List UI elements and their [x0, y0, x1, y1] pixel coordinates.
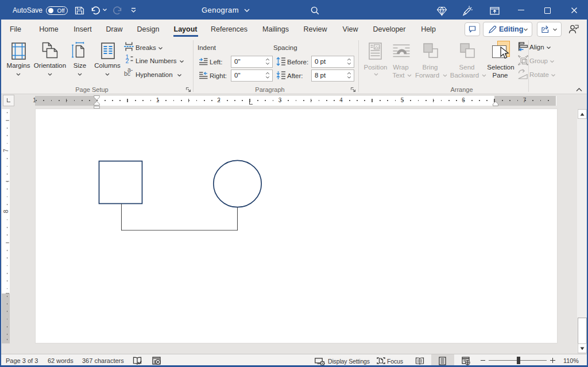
svg-text:Off: Off — [57, 7, 64, 14]
